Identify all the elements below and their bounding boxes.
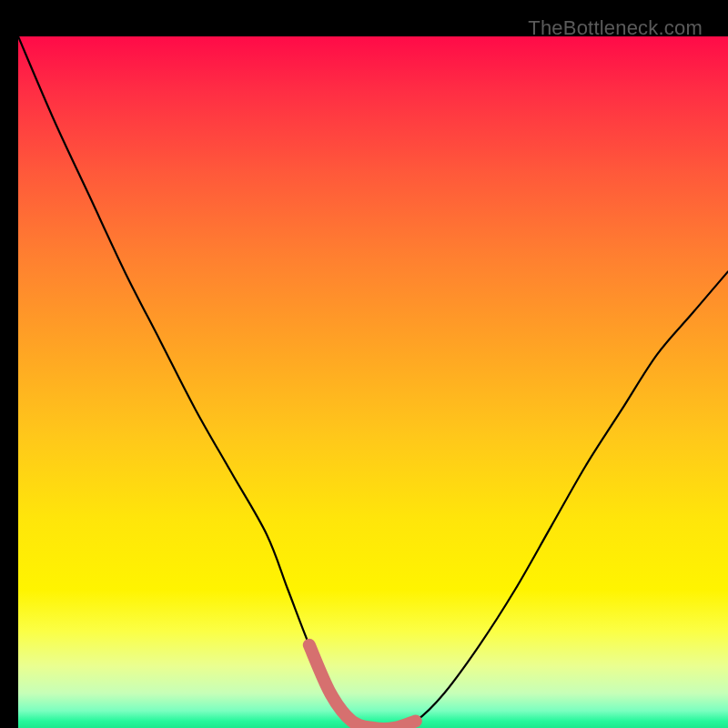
bottleneck-curve xyxy=(18,36,728,728)
flat-zone-highlight xyxy=(309,645,416,728)
plot-area xyxy=(18,36,728,728)
curve-layer xyxy=(18,36,728,728)
watermark-text: TheBottleneck.com xyxy=(528,16,703,40)
chart-frame: TheBottleneck.com xyxy=(9,9,719,719)
